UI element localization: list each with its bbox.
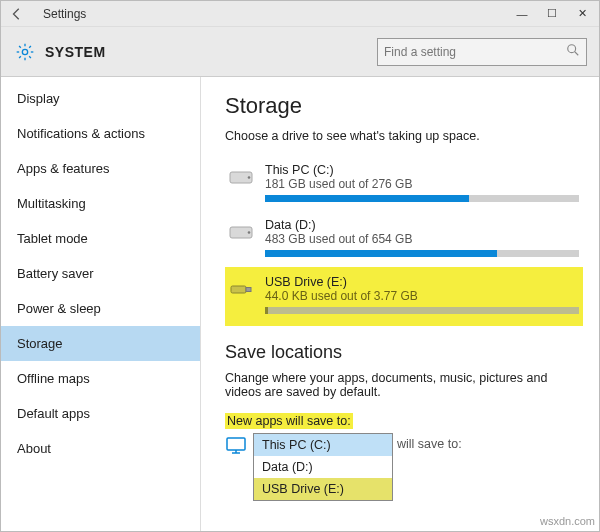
sidebar-item-about[interactable]: About bbox=[1, 431, 200, 466]
drive-name: Data (D:) bbox=[265, 218, 579, 232]
content: Storage Choose a drive to see what's tak… bbox=[201, 77, 600, 532]
svg-line-10 bbox=[575, 52, 579, 56]
sidebar-item-battery-saver[interactable]: Battery saver bbox=[1, 256, 200, 291]
drive-row[interactable]: This PC (C:) 181 GB used out of 276 GB bbox=[225, 157, 583, 212]
sidebar-item-label: About bbox=[17, 441, 51, 456]
header: SYSTEM Find a setting bbox=[1, 27, 600, 77]
sidebar-item-display[interactable]: Display bbox=[1, 81, 200, 116]
svg-rect-16 bbox=[246, 288, 251, 292]
drive-name: This PC (C:) bbox=[265, 163, 579, 177]
hard-drive-icon bbox=[227, 218, 255, 246]
usage-bar bbox=[265, 250, 579, 257]
usage-fill bbox=[265, 195, 469, 202]
sidebar-item-offline-maps[interactable]: Offline maps bbox=[1, 361, 200, 396]
sidebar-item-label: Notifications & actions bbox=[17, 126, 145, 141]
page-heading: SYSTEM bbox=[45, 44, 106, 60]
option-label: USB Drive (E:) bbox=[262, 482, 344, 496]
usage-fill bbox=[265, 307, 268, 314]
sidebar-item-tablet-mode[interactable]: Tablet mode bbox=[1, 221, 200, 256]
search-icon bbox=[566, 43, 580, 60]
sidebar-item-storage[interactable]: Storage bbox=[1, 326, 200, 361]
new-apps-dropdown[interactable]: This PC (C:) Data (D:) USB Drive (E:) bbox=[253, 433, 393, 501]
drive-stat: 483 GB used out of 654 GB bbox=[265, 232, 579, 246]
usb-drive-icon bbox=[227, 275, 255, 303]
svg-point-0 bbox=[22, 49, 27, 54]
save-locations-title: Save locations bbox=[225, 342, 583, 363]
sidebar-item-label: Battery saver bbox=[17, 266, 94, 281]
trail-text: will save to: bbox=[397, 437, 462, 501]
svg-line-6 bbox=[29, 56, 31, 58]
sidebar-item-label: Apps & features bbox=[17, 161, 110, 176]
save-locations-subtitle: Change where your apps, documents, music… bbox=[225, 371, 583, 399]
hard-drive-icon bbox=[227, 163, 255, 191]
dropdown-option[interactable]: This PC (C:) bbox=[254, 434, 392, 456]
drive-name: USB Drive (E:) bbox=[265, 275, 579, 289]
svg-rect-15 bbox=[231, 286, 246, 293]
maximize-button[interactable]: ☐ bbox=[537, 4, 567, 24]
titlebar: Settings — ☐ ✕ bbox=[1, 1, 600, 27]
option-label: This PC (C:) bbox=[262, 438, 331, 452]
search-placeholder: Find a setting bbox=[384, 45, 456, 59]
drive-stat: 44.0 KB used out of 3.77 GB bbox=[265, 289, 579, 303]
drive-stat: 181 GB used out of 276 GB bbox=[265, 177, 579, 191]
gear-icon bbox=[15, 42, 35, 62]
sidebar-item-label: Offline maps bbox=[17, 371, 90, 386]
sidebar-item-multitasking[interactable]: Multitasking bbox=[1, 186, 200, 221]
drive-row[interactable]: Data (D:) 483 GB used out of 654 GB bbox=[225, 212, 583, 267]
usage-bar bbox=[265, 307, 579, 314]
close-button[interactable]: ✕ bbox=[567, 4, 597, 24]
sidebar-item-label: Default apps bbox=[17, 406, 90, 421]
svg-line-5 bbox=[19, 46, 21, 48]
search-input[interactable]: Find a setting bbox=[377, 38, 587, 66]
back-icon[interactable] bbox=[9, 6, 25, 22]
storage-subtitle: Choose a drive to see what's taking up s… bbox=[225, 129, 583, 143]
sidebar-item-label: Multitasking bbox=[17, 196, 86, 211]
option-label: Data (D:) bbox=[262, 460, 313, 474]
storage-title: Storage bbox=[225, 93, 583, 119]
sidebar-item-label: Storage bbox=[17, 336, 63, 351]
sidebar-item-notifications[interactable]: Notifications & actions bbox=[1, 116, 200, 151]
dropdown-option[interactable]: Data (D:) bbox=[254, 456, 392, 478]
svg-rect-17 bbox=[227, 438, 245, 450]
sidebar-item-apps-features[interactable]: Apps & features bbox=[1, 151, 200, 186]
dropdown-option-highlighted[interactable]: USB Drive (E:) bbox=[254, 478, 392, 500]
usage-fill bbox=[265, 250, 497, 257]
sidebar-item-default-apps[interactable]: Default apps bbox=[1, 396, 200, 431]
usage-bar bbox=[265, 195, 579, 202]
svg-point-9 bbox=[568, 45, 576, 53]
body: Display Notifications & actions Apps & f… bbox=[1, 77, 600, 532]
sidebar-item-label: Display bbox=[17, 91, 60, 106]
sidebar-item-power-sleep[interactable]: Power & sleep bbox=[1, 291, 200, 326]
svg-point-12 bbox=[248, 176, 251, 179]
window-controls: — ☐ ✕ bbox=[507, 4, 597, 24]
watermark: wsxdn.com bbox=[540, 515, 595, 527]
svg-point-14 bbox=[248, 231, 251, 234]
new-apps-label: New apps will save to: bbox=[225, 413, 353, 429]
minimize-button[interactable]: — bbox=[507, 4, 537, 24]
sidebar-item-label: Power & sleep bbox=[17, 301, 101, 316]
window-title: Settings bbox=[43, 7, 86, 21]
svg-line-8 bbox=[29, 46, 31, 48]
monitor-icon bbox=[225, 435, 247, 457]
sidebar: Display Notifications & actions Apps & f… bbox=[1, 77, 201, 532]
new-apps-row: This PC (C:) Data (D:) USB Drive (E:) wi… bbox=[225, 433, 583, 501]
sidebar-item-label: Tablet mode bbox=[17, 231, 88, 246]
svg-line-7 bbox=[19, 56, 21, 58]
drive-row-highlighted[interactable]: USB Drive (E:) 44.0 KB used out of 3.77 … bbox=[225, 267, 583, 326]
